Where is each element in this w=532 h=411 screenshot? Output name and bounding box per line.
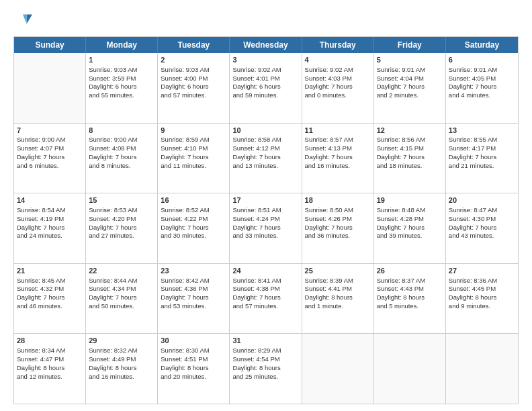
- day-info-line: and 5 minutes.: [377, 302, 443, 311]
- day-number: 30: [161, 336, 226, 346]
- day-info-line: Sunrise: 9:01 AM: [377, 66, 443, 75]
- calendar-row: 1Sunrise: 9:03 AMSunset: 3:59 PMDaylight…: [14, 53, 518, 124]
- day-info-line: and 27 minutes.: [89, 232, 154, 240]
- day-info-line: Sunrise: 8:48 AM: [377, 206, 443, 215]
- calendar-header-cell: Tuesday: [158, 37, 230, 53]
- calendar-cell: 8Sunrise: 9:00 AMSunset: 4:08 PMDaylight…: [86, 124, 158, 193]
- day-info-line: Daylight: 7 hours: [89, 224, 154, 232]
- calendar-row: 14Sunrise: 8:54 AMSunset: 4:19 PMDayligh…: [14, 193, 518, 264]
- calendar-cell: [14, 53, 86, 123]
- day-info-line: Sunset: 4:51 PM: [161, 355, 226, 364]
- day-info-line: and 57 minutes.: [161, 91, 226, 100]
- day-info-line: and 43 minutes.: [449, 232, 515, 240]
- day-info-line: and 16 minutes.: [305, 162, 371, 171]
- day-number: 27: [449, 266, 515, 276]
- calendar-row: 28Sunrise: 8:34 AMSunset: 4:47 PMDayligh…: [14, 334, 518, 404]
- day-info-line: Sunrise: 8:41 AM: [232, 277, 298, 285]
- day-info-line: Sunset: 4:43 PM: [377, 285, 443, 293]
- day-info-line: Sunset: 4:36 PM: [161, 285, 226, 293]
- day-info-line: Sunset: 4:22 PM: [161, 215, 226, 224]
- day-info-line: Daylight: 8 hours: [161, 364, 226, 373]
- day-info-line: Daylight: 7 hours: [449, 224, 515, 232]
- day-number: 13: [449, 126, 515, 136]
- day-info-line: and 12 minutes.: [17, 373, 83, 381]
- day-number: 6: [449, 55, 515, 65]
- day-info-line: Sunrise: 8:54 AM: [17, 206, 83, 215]
- day-number: 1: [89, 55, 154, 65]
- day-number: 2: [161, 55, 226, 65]
- day-info-line: and 39 minutes.: [377, 232, 443, 240]
- day-info-line: Sunrise: 8:45 AM: [17, 277, 83, 285]
- calendar-header-cell: Monday: [86, 37, 158, 53]
- calendar-row: 21Sunrise: 8:45 AMSunset: 4:32 PMDayligh…: [14, 264, 518, 334]
- day-info-line: Sunset: 4:47 PM: [17, 355, 83, 364]
- day-number: 29: [89, 336, 154, 346]
- calendar-cell: 10Sunrise: 8:58 AMSunset: 4:12 PMDayligh…: [230, 124, 302, 193]
- calendar-cell: 21Sunrise: 8:45 AMSunset: 4:32 PMDayligh…: [14, 264, 86, 334]
- day-info-line: Daylight: 7 hours: [449, 153, 515, 162]
- day-number: 20: [449, 195, 515, 205]
- day-info-line: Sunset: 4:45 PM: [449, 285, 515, 293]
- calendar-cell: 19Sunrise: 8:48 AMSunset: 4:28 PMDayligh…: [374, 193, 446, 263]
- day-number: 18: [305, 195, 371, 205]
- day-info-line: Sunrise: 9:00 AM: [89, 136, 154, 144]
- calendar-cell: 7Sunrise: 9:00 AMSunset: 4:07 PMDaylight…: [14, 124, 86, 193]
- day-info-line: and 53 minutes.: [161, 302, 226, 311]
- day-info-line: Daylight: 7 hours: [17, 224, 83, 232]
- calendar-cell: 16Sunrise: 8:52 AMSunset: 4:22 PMDayligh…: [158, 193, 230, 263]
- day-info-line: and 4 minutes.: [449, 91, 515, 100]
- calendar-header-cell: Thursday: [302, 37, 374, 53]
- svg-marker-1: [23, 15, 27, 24]
- day-number: 23: [161, 266, 226, 276]
- day-info-line: Sunset: 4:34 PM: [89, 285, 154, 293]
- day-info-line: Daylight: 7 hours: [161, 293, 226, 302]
- day-info-line: Sunset: 4:19 PM: [17, 215, 83, 224]
- day-info-line: Sunset: 4:38 PM: [232, 285, 298, 293]
- calendar-cell: 30Sunrise: 8:30 AMSunset: 4:51 PMDayligh…: [158, 334, 230, 404]
- day-number: 11: [305, 126, 371, 136]
- day-info-line: Daylight: 8 hours: [89, 364, 154, 373]
- day-info-line: Daylight: 7 hours: [161, 153, 226, 162]
- day-info-line: Sunset: 4:12 PM: [232, 144, 298, 153]
- day-number: 12: [377, 126, 443, 136]
- calendar-header: SundayMondayTuesdayWednesdayThursdayFrid…: [14, 37, 518, 53]
- day-info-line: Sunset: 4:08 PM: [89, 144, 154, 153]
- day-info-line: and 0 minutes.: [305, 91, 371, 100]
- calendar-cell: 9Sunrise: 8:59 AMSunset: 4:10 PMDaylight…: [158, 124, 230, 193]
- calendar-body: 1Sunrise: 9:03 AMSunset: 3:59 PMDaylight…: [14, 53, 518, 404]
- logo-icon: [13, 11, 32, 30]
- day-number: 24: [232, 266, 298, 276]
- day-info-line: Sunset: 4:04 PM: [377, 75, 443, 83]
- day-info-line: Sunrise: 8:55 AM: [449, 136, 515, 144]
- calendar-cell: 3Sunrise: 9:02 AMSunset: 4:01 PMDaylight…: [230, 53, 302, 123]
- day-info-line: Sunrise: 8:52 AM: [161, 206, 226, 215]
- day-number: 16: [161, 195, 226, 205]
- calendar-header-cell: Saturday: [446, 37, 518, 53]
- calendar-cell: 17Sunrise: 8:51 AMSunset: 4:24 PMDayligh…: [230, 193, 302, 263]
- calendar-cell: 27Sunrise: 8:36 AMSunset: 4:45 PMDayligh…: [446, 264, 518, 334]
- calendar-header-cell: Sunday: [14, 37, 86, 53]
- day-info-line: and 8 minutes.: [89, 162, 154, 171]
- day-info-line: Sunrise: 8:47 AM: [449, 206, 515, 215]
- day-number: 9: [161, 126, 226, 136]
- calendar-cell: 20Sunrise: 8:47 AMSunset: 4:30 PMDayligh…: [446, 193, 518, 263]
- day-number: 15: [89, 195, 154, 205]
- day-info-line: Daylight: 8 hours: [377, 293, 443, 302]
- day-info-line: Sunrise: 8:51 AM: [232, 206, 298, 215]
- day-info-line: Sunrise: 8:30 AM: [161, 347, 226, 355]
- day-info-line: Sunrise: 8:34 AM: [17, 347, 83, 355]
- day-info-line: Daylight: 7 hours: [377, 153, 443, 162]
- day-info-line: Sunset: 4:54 PM: [232, 355, 298, 364]
- day-info-line: Sunset: 4:10 PM: [161, 144, 226, 153]
- day-info-line: and 33 minutes.: [232, 232, 298, 240]
- calendar-cell: 25Sunrise: 8:39 AMSunset: 4:41 PMDayligh…: [302, 264, 374, 334]
- day-info-line: Sunrise: 8:58 AM: [232, 136, 298, 144]
- day-number: 28: [17, 336, 83, 346]
- calendar-header-cell: Friday: [374, 37, 446, 53]
- calendar-cell: 15Sunrise: 8:53 AMSunset: 4:20 PMDayligh…: [86, 193, 158, 263]
- calendar-cell: 26Sunrise: 8:37 AMSunset: 4:43 PMDayligh…: [374, 264, 446, 334]
- day-number: 21: [17, 266, 83, 276]
- day-info-line: and 9 minutes.: [449, 302, 515, 311]
- day-info-line: and 30 minutes.: [161, 232, 226, 240]
- day-info-line: Sunrise: 8:37 AM: [377, 277, 443, 285]
